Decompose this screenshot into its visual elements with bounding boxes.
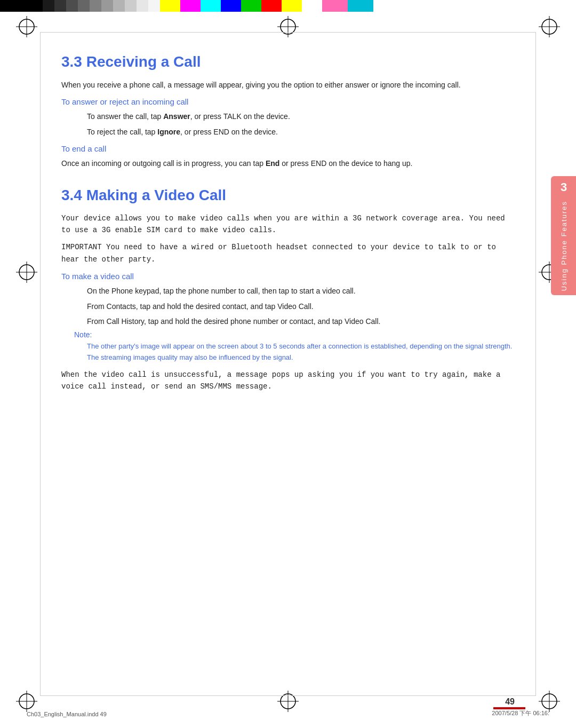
page-number: 49 — [505, 697, 515, 707]
color-light1 — [113, 0, 125, 12]
color-light2 — [125, 0, 137, 12]
reg-mark-bottom-right — [539, 691, 560, 712]
reg-mark-top-right — [539, 16, 560, 37]
video-line2: From Contacts, tap and hold the desired … — [87, 300, 515, 312]
note-label: Note: — [74, 330, 515, 339]
color-red — [261, 0, 282, 12]
color-dark1 — [43, 0, 54, 12]
color-blue — [221, 0, 241, 12]
color-dark3 — [66, 0, 78, 12]
section-34-title: 3.4 Making a Video Call — [61, 187, 515, 204]
color-light3 — [137, 0, 148, 12]
footer-right: 2007/5/28 下午 06:16: — [492, 709, 549, 717]
subsection-answer-title: To answer or reject an incoming call — [61, 97, 515, 106]
section-34-intro2: IMPORTANT You need to have a wired or Bl… — [61, 241, 515, 265]
section-34-intro1: Your device allows you to make video cal… — [61, 212, 515, 236]
main-content: 3.3 Receiving a Call When you receive a … — [61, 53, 515, 685]
color-green — [241, 0, 261, 12]
border-top — [40, 32, 536, 33]
color-dark2 — [54, 0, 66, 12]
subsection-end-title: To end a call — [61, 144, 515, 153]
border-bottom — [40, 695, 536, 696]
border-left — [40, 32, 41, 696]
video-line1: On the Phone keypad, tap the phone numbe… — [87, 285, 515, 297]
end-keyword: End — [266, 159, 279, 168]
color-magenta — [180, 0, 201, 12]
reg-mark-bottom-center — [277, 691, 299, 712]
closing-text: When the video call is unsuccessful, a m… — [61, 369, 515, 393]
ignore-keyword: Ignore — [157, 128, 180, 136]
color-white-ish — [148, 0, 160, 12]
answer-line1: To answer the call, tap Answer, or press… — [87, 110, 515, 122]
note-text: The other party's image will appear on t… — [87, 341, 515, 363]
section-33-intro: When you receive a phone call, a message… — [61, 79, 515, 91]
color-pink — [322, 0, 348, 12]
color-yellow2 — [282, 0, 302, 12]
border-right — [535, 32, 536, 696]
subsection-video-title: To make a video call — [61, 272, 515, 281]
color-mid2 — [90, 0, 101, 12]
chapter-number: 3 — [561, 180, 567, 194]
color-mid3 — [101, 0, 113, 12]
color-yellow — [160, 0, 180, 12]
color-teal — [348, 0, 373, 12]
reg-mark-top-center — [277, 16, 299, 37]
reg-mark-top-left — [16, 16, 37, 37]
answer-keyword: Answer — [163, 112, 190, 121]
section-33-title: 3.3 Receiving a Call — [61, 53, 515, 70]
end-call-body: Once an incoming or outgoing call is in … — [61, 157, 515, 169]
answer-line2: To reject the call, tap Ignore, or press… — [87, 126, 515, 138]
color-mid1 — [78, 0, 90, 12]
footer-left: Ch03_English_Manual.indd 49 — [27, 711, 107, 717]
reg-mark-bottom-left — [16, 691, 37, 712]
chapter-label: Using Phone Features — [560, 201, 568, 291]
color-black — [0, 0, 43, 12]
color-white — [302, 0, 322, 12]
color-cyan — [201, 0, 221, 12]
chapter-tab: 3 Using Phone Features — [551, 176, 576, 295]
reg-mark-mid-left — [16, 262, 37, 283]
color-bar — [0, 0, 576, 12]
video-line3: From Call History, tap and hold the desi… — [87, 315, 515, 327]
